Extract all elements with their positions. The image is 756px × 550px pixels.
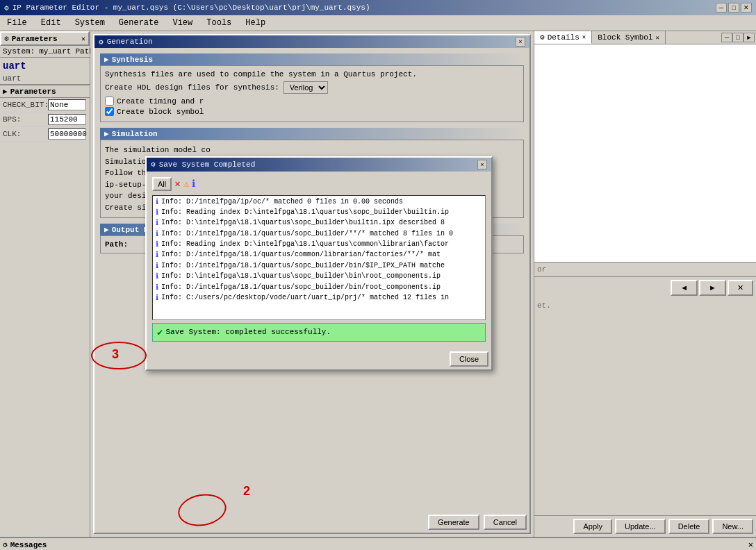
log-entry: ℹInfo: D:/intelfpga/18.1/quartus/sopc_bu…	[156, 283, 482, 293]
log-info-icon: ℹ	[156, 197, 158, 208]
details-content	[534, 44, 756, 262]
param-checkbit-label: CHECK_BIT:	[3, 101, 48, 109]
modal-close-button[interactable]: ×	[477, 160, 487, 169]
modal-close-action-button[interactable]: Close	[450, 351, 488, 367]
menu-view[interactable]: View	[168, 17, 197, 29]
component-name: uart	[0, 58, 90, 74]
panel-nav-next-btn[interactable]: ►	[699, 280, 726, 296]
panel-nav-right[interactable]: ►	[743, 33, 755, 42]
menu-file[interactable]: File	[3, 17, 31, 29]
log-entry: ℹInfo: D:\intelfpga\18.1\quartus\sopc_bu…	[156, 272, 482, 282]
param-row-bps: BPS: 115200	[0, 112, 90, 127]
app-icon: ⚙	[4, 3, 9, 12]
details-tab-label: Details	[548, 33, 580, 42]
parameters-panel: ⚙ Parameters ✕ System: my_uart Path: uar…	[0, 31, 90, 537]
success-bar: ✔ Save System: completed successfully.	[152, 323, 486, 342]
system-label: System:	[3, 47, 35, 56]
menu-generate[interactable]: Generate	[115, 17, 163, 29]
log-entry: ℹInfo: D:/intelfpga/ip/oc/* matched 0 fi…	[156, 197, 482, 208]
panel-minimize-button[interactable]: ─	[721, 33, 732, 42]
menu-tools[interactable]: Tools	[202, 17, 236, 29]
annotation-3: 3	[112, 347, 119, 362]
details-tab-close[interactable]: ✕	[582, 33, 586, 41]
block-symbol-tab-close[interactable]: ✕	[655, 34, 659, 42]
log-entry: ℹInfo: Reading index D:\intelfpga\18.1\q…	[156, 240, 482, 250]
close-button[interactable]: ✕	[741, 3, 752, 12]
tab-block-symbol[interactable]: Block Symbol ✕	[592, 31, 666, 44]
log-entry: ℹInfo: D:/intelfpga/18.1/quartus/common/…	[156, 250, 482, 260]
modal-icon: ⚙	[151, 160, 156, 169]
log-info-icon: ℹ	[156, 218, 158, 228]
param-clk-label: CLK:	[3, 130, 48, 138]
update-button[interactable]: Update...	[615, 519, 666, 534]
menu-edit[interactable]: Edit	[37, 17, 65, 29]
log-entry: ℹInfo: Reading index D:\intelfpga\18.1\q…	[156, 208, 482, 218]
messages-panel: ⚙ Messages ✕ Type Path	[0, 537, 756, 550]
save-completed-modal: ⚙ Save System Completed × All ✕ ⚠ ℹ ℹInf…	[145, 156, 493, 371]
messages-title: Messages	[10, 541, 47, 549]
param-checkbit-value: None	[48, 99, 86, 110]
system-value: my_uart	[39, 47, 71, 56]
log-info-icon: ℹ	[156, 229, 158, 240]
param-clk-value: 50000000	[48, 128, 86, 140]
panel-nav-prev[interactable]: ◄	[671, 280, 698, 296]
log-entry: ℹInfo: D:/intelfpga/18.1/quartus/sopc_bu…	[156, 261, 482, 272]
modal-overlay: ⚙ Save System Completed × All ✕ ⚠ ℹ ℹInf…	[90, 31, 534, 537]
new-button[interactable]: New...	[712, 519, 753, 534]
parameters-title: Parameters	[12, 35, 58, 43]
menu-bar: File Edit System Generate View Tools Hel…	[0, 15, 756, 31]
success-text: Save System: completed successfully.	[165, 328, 331, 336]
log-entry: ℹInfo: C:/users/pc/desktop/vode/uart/uar…	[156, 293, 482, 303]
title-text: IP Parameter Editor - my_uart.qsys (C:\U…	[13, 3, 370, 12]
triangle-icon: ▶	[3, 87, 8, 96]
log-info-icon: ℹ	[156, 272, 158, 282]
param-bps-value: 115200	[48, 114, 86, 125]
log-entry: ℹInfo: D:\intelfpga\18.1\quartus\sopc_bu…	[156, 218, 482, 228]
log-entry: ℹInfo: D:/intelfpga/18.1/quartus/sopc_bu…	[156, 229, 482, 240]
minimize-button[interactable]: ─	[716, 3, 727, 12]
filter-warn-icon[interactable]: ⚠	[183, 178, 189, 190]
filter-error-icon[interactable]: ✕	[174, 178, 180, 190]
params-section-title: Parameters	[10, 88, 56, 96]
modal-title: Save System Completed	[159, 160, 256, 169]
messages-close-button[interactable]: ✕	[748, 540, 753, 550]
menu-system[interactable]: System	[71, 17, 109, 29]
apply-button[interactable]: Apply	[573, 519, 612, 534]
panel-restore-button[interactable]: □	[732, 33, 743, 42]
log-info-icon: ℹ	[156, 261, 158, 272]
component-sub: uart	[0, 74, 90, 84]
messages-icon: ⚙	[3, 540, 8, 549]
details-placeholder: et.	[534, 299, 756, 516]
details-icon: ⚙	[540, 33, 545, 42]
middle-panel: ⚙ Generation × ▶ Synthesis Synthesis fil…	[90, 31, 534, 537]
system-path-bar: System: my_uart Path: uart_0	[0, 46, 90, 58]
details-scroll-note: or	[537, 265, 546, 274]
log-info-icon: ℹ	[156, 240, 158, 250]
success-icon: ✔	[157, 326, 163, 338]
panel-x-button[interactable]: ✕	[728, 280, 753, 296]
parameters-close-button[interactable]: ✕	[81, 35, 85, 43]
parameters-icon: ⚙	[4, 34, 9, 43]
log-info-icon: ℹ	[156, 283, 158, 293]
param-row-clk: CLK: 50000000	[0, 127, 90, 142]
modal-buttons: 3 Close	[147, 347, 491, 369]
block-symbol-tab-label: Block Symbol	[598, 33, 652, 42]
log-area[interactable]: ℹInfo: D:/intelfpga/ip/oc/* matched 0 fi…	[152, 195, 486, 320]
log-info-icon: ℹ	[156, 208, 158, 218]
log-info-icon: ℹ	[156, 293, 158, 303]
maximize-button[interactable]: □	[728, 3, 739, 12]
param-row-checkbit: CHECK_BIT: None	[0, 98, 90, 112]
details-panel: ⚙ Details ✕ Block Symbol ✕ ─ □ ► or ◄ ► …	[534, 31, 756, 537]
delete-button[interactable]: Delete	[668, 519, 710, 534]
title-bar: ⚙ IP Parameter Editor - my_uart.qsys (C:…	[0, 0, 756, 15]
param-bps-label: BPS:	[3, 115, 48, 124]
filter-all-button[interactable]: All	[152, 177, 172, 191]
filter-info-icon[interactable]: ℹ	[192, 178, 195, 190]
tab-details[interactable]: ⚙ Details ✕	[534, 31, 592, 44]
menu-help[interactable]: Help	[241, 17, 270, 29]
log-info-icon: ℹ	[156, 250, 158, 260]
